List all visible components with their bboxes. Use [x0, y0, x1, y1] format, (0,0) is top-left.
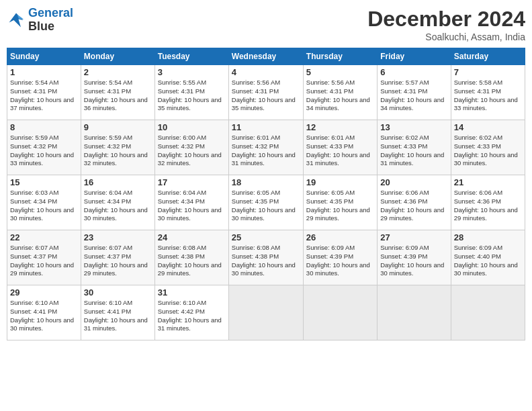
header-cell-thursday: Thursday	[303, 48, 377, 65]
calendar-cell: 30 Sunrise: 6:10 AM Sunset: 4:41 PM Dayl…	[81, 285, 154, 340]
logo-text: General Blue	[28, 7, 73, 34]
logo-icon	[7, 11, 26, 30]
calendar-row-5: 29 Sunrise: 6:10 AM Sunset: 4:41 PM Dayl…	[7, 285, 525, 340]
day-info: Sunrise: 6:09 AM Sunset: 4:39 PM Dayligh…	[306, 244, 374, 278]
calendar-cell: 13 Sunrise: 6:02 AM Sunset: 4:33 PM Dayl…	[378, 120, 451, 175]
day-number: 4	[232, 67, 300, 77]
title-area: December 2024 Soalkuchi, Assam, India	[367, 7, 525, 42]
svg-marker-0	[9, 13, 24, 27]
calendar-cell: 1 Sunrise: 5:54 AM Sunset: 4:31 PM Dayli…	[7, 65, 81, 120]
day-number: 26	[306, 232, 374, 242]
calendar-cell: 2 Sunrise: 5:54 AM Sunset: 4:31 PM Dayli…	[81, 65, 154, 120]
calendar-cell: 6 Sunrise: 5:57 AM Sunset: 4:31 PM Dayli…	[378, 65, 451, 120]
calendar-cell: 5 Sunrise: 5:56 AM Sunset: 4:31 PM Dayli…	[303, 65, 377, 120]
header-cell-tuesday: Tuesday	[154, 48, 228, 65]
day-info: Sunrise: 6:08 AM Sunset: 4:38 PM Dayligh…	[158, 244, 226, 278]
calendar-cell: 12 Sunrise: 6:01 AM Sunset: 4:33 PM Dayl…	[303, 120, 377, 175]
calendar-row-1: 1 Sunrise: 5:54 AM Sunset: 4:31 PM Dayli…	[7, 65, 525, 120]
day-number: 28	[454, 232, 522, 242]
calendar-cell: 31 Sunrise: 6:10 AM Sunset: 4:42 PM Dayl…	[154, 285, 228, 340]
day-info: Sunrise: 6:09 AM Sunset: 4:39 PM Dayligh…	[380, 244, 447, 278]
calendar-cell: 8 Sunrise: 5:59 AM Sunset: 4:32 PM Dayli…	[7, 120, 81, 175]
day-info: Sunrise: 6:01 AM Sunset: 4:33 PM Dayligh…	[306, 134, 374, 168]
day-info: Sunrise: 6:08 AM Sunset: 4:38 PM Dayligh…	[232, 244, 300, 278]
day-number: 12	[306, 122, 374, 132]
calendar-cell: 16 Sunrise: 6:04 AM Sunset: 4:34 PM Dayl…	[81, 175, 154, 230]
day-number: 7	[454, 67, 522, 77]
day-info: Sunrise: 5:56 AM Sunset: 4:31 PM Dayligh…	[306, 79, 374, 113]
day-number: 6	[380, 67, 447, 77]
day-number: 3	[158, 67, 226, 77]
day-info: Sunrise: 6:10 AM Sunset: 4:41 PM Dayligh…	[84, 299, 152, 333]
day-number: 15	[10, 177, 78, 187]
day-info: Sunrise: 6:05 AM Sunset: 4:35 PM Dayligh…	[306, 189, 374, 223]
day-number: 29	[10, 287, 78, 298]
day-number: 20	[380, 177, 447, 187]
day-number: 10	[158, 122, 226, 132]
day-number: 13	[380, 122, 447, 132]
day-number: 5	[306, 67, 374, 77]
day-info: Sunrise: 5:54 AM Sunset: 4:31 PM Dayligh…	[10, 79, 78, 113]
calendar-cell: 23 Sunrise: 6:07 AM Sunset: 4:37 PM Dayl…	[81, 230, 154, 285]
day-number: 27	[380, 232, 447, 242]
day-number: 30	[84, 287, 152, 298]
day-number: 31	[158, 287, 226, 298]
day-info: Sunrise: 5:58 AM Sunset: 4:31 PM Dayligh…	[454, 79, 522, 113]
calendar-cell: 11 Sunrise: 6:01 AM Sunset: 4:32 PM Dayl…	[228, 120, 303, 175]
day-info: Sunrise: 6:05 AM Sunset: 4:35 PM Dayligh…	[232, 189, 300, 223]
day-info: Sunrise: 6:07 AM Sunset: 4:37 PM Dayligh…	[84, 244, 152, 278]
calendar-cell: 18 Sunrise: 6:05 AM Sunset: 4:35 PM Dayl…	[228, 175, 303, 230]
calendar-cell: 17 Sunrise: 6:04 AM Sunset: 4:34 PM Dayl…	[154, 175, 228, 230]
month-title: December 2024	[367, 7, 525, 32]
calendar-cell	[303, 285, 377, 340]
day-info: Sunrise: 6:06 AM Sunset: 4:36 PM Dayligh…	[380, 189, 447, 223]
header-cell-friday: Friday	[378, 48, 451, 65]
day-info: Sunrise: 6:02 AM Sunset: 4:33 PM Dayligh…	[380, 134, 447, 168]
calendar-cell: 20 Sunrise: 6:06 AM Sunset: 4:36 PM Dayl…	[378, 175, 451, 230]
day-number: 19	[306, 177, 374, 187]
day-info: Sunrise: 5:54 AM Sunset: 4:31 PM Dayligh…	[84, 79, 152, 113]
calendar-cell: 9 Sunrise: 5:59 AM Sunset: 4:32 PM Dayli…	[81, 120, 154, 175]
calendar-cell: 22 Sunrise: 6:07 AM Sunset: 4:37 PM Dayl…	[7, 230, 81, 285]
header-cell-saturday: Saturday	[451, 48, 525, 65]
day-number: 22	[10, 232, 78, 242]
day-number: 14	[454, 122, 522, 132]
calendar-cell: 28 Sunrise: 6:09 AM Sunset: 4:40 PM Dayl…	[451, 230, 525, 285]
day-number: 23	[84, 232, 152, 242]
calendar-cell: 21 Sunrise: 6:06 AM Sunset: 4:36 PM Dayl…	[451, 175, 525, 230]
calendar-cell: 7 Sunrise: 5:58 AM Sunset: 4:31 PM Dayli…	[451, 65, 525, 120]
day-number: 11	[232, 122, 300, 132]
day-info: Sunrise: 6:10 AM Sunset: 4:42 PM Dayligh…	[158, 299, 226, 333]
day-info: Sunrise: 6:07 AM Sunset: 4:37 PM Dayligh…	[10, 244, 78, 278]
calendar-cell: 15 Sunrise: 6:03 AM Sunset: 4:34 PM Dayl…	[7, 175, 81, 230]
calendar-cell	[378, 285, 451, 340]
calendar-table: SundayMondayTuesdayWednesdayThursdayFrid…	[7, 48, 525, 340]
day-number: 8	[10, 122, 78, 132]
calendar-row-2: 8 Sunrise: 5:59 AM Sunset: 4:32 PM Dayli…	[7, 120, 525, 175]
day-info: Sunrise: 5:59 AM Sunset: 4:32 PM Dayligh…	[84, 134, 152, 168]
day-number: 18	[232, 177, 300, 187]
header-row: SundayMondayTuesdayWednesdayThursdayFrid…	[7, 48, 525, 65]
header-cell-sunday: Sunday	[7, 48, 81, 65]
calendar-cell	[228, 285, 303, 340]
day-number: 9	[84, 122, 152, 132]
calendar-cell: 29 Sunrise: 6:10 AM Sunset: 4:41 PM Dayl…	[7, 285, 81, 340]
calendar-cell: 14 Sunrise: 6:02 AM Sunset: 4:33 PM Dayl…	[451, 120, 525, 175]
day-info: Sunrise: 6:06 AM Sunset: 4:36 PM Dayligh…	[454, 189, 522, 223]
day-info: Sunrise: 6:02 AM Sunset: 4:33 PM Dayligh…	[454, 134, 522, 168]
day-info: Sunrise: 6:04 AM Sunset: 4:34 PM Dayligh…	[158, 189, 226, 223]
location-title: Soalkuchi, Assam, India	[367, 32, 525, 42]
calendar-cell: 26 Sunrise: 6:09 AM Sunset: 4:39 PM Dayl…	[303, 230, 377, 285]
day-info: Sunrise: 6:04 AM Sunset: 4:34 PM Dayligh…	[84, 189, 152, 223]
day-number: 1	[10, 67, 78, 77]
day-info: Sunrise: 6:00 AM Sunset: 4:32 PM Dayligh…	[158, 134, 226, 168]
calendar-row-3: 15 Sunrise: 6:03 AM Sunset: 4:34 PM Dayl…	[7, 175, 525, 230]
day-info: Sunrise: 5:57 AM Sunset: 4:31 PM Dayligh…	[380, 79, 447, 113]
calendar-cell: 4 Sunrise: 5:56 AM Sunset: 4:31 PM Dayli…	[228, 65, 303, 120]
header: General Blue December 2024 Soalkuchi, As…	[7, 7, 525, 42]
logo: General Blue	[7, 7, 73, 34]
calendar-cell: 19 Sunrise: 6:05 AM Sunset: 4:35 PM Dayl…	[303, 175, 377, 230]
day-info: Sunrise: 5:55 AM Sunset: 4:31 PM Dayligh…	[158, 79, 226, 113]
day-number: 24	[158, 232, 226, 242]
day-info: Sunrise: 6:03 AM Sunset: 4:34 PM Dayligh…	[10, 189, 78, 223]
